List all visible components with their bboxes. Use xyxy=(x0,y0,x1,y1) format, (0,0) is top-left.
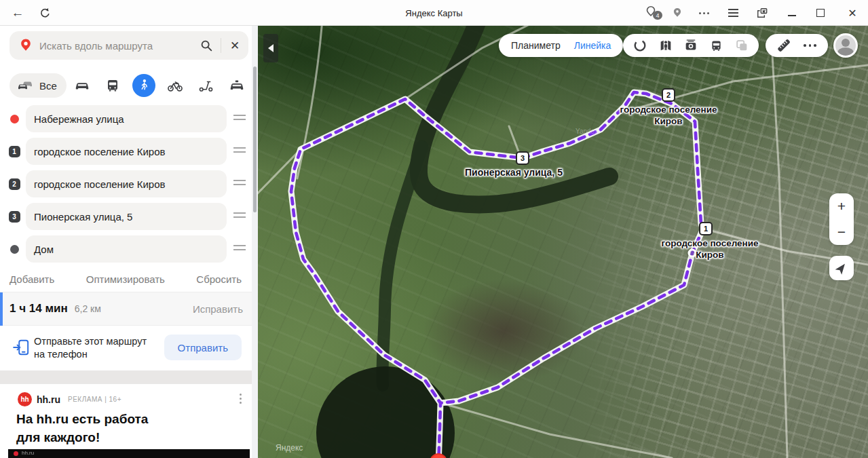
profile-avatar[interactable] xyxy=(833,33,858,58)
collapse-sidebar-button[interactable] xyxy=(263,34,278,62)
search-along-route[interactable]: ✕ xyxy=(10,31,248,60)
route-sidebar: ✕ Все xyxy=(0,26,258,458)
ad-card[interactable]: hh hh.ru РЕКЛАМА | 16+ На hh.ru есть раб… xyxy=(8,384,250,458)
edit-route-button[interactable]: Исправить xyxy=(193,303,243,315)
zoom-out-button[interactable]: − xyxy=(829,219,854,245)
ruler-pill xyxy=(766,34,828,57)
close-route-icon[interactable]: ✕ xyxy=(221,39,248,53)
mode-taxi[interactable] xyxy=(221,77,252,94)
street-view-people-icon[interactable] xyxy=(658,37,674,54)
map-waypoint-3-badge[interactable]: 3 xyxy=(516,151,529,165)
panoramas-icon[interactable] xyxy=(734,37,750,54)
map-waypoint-2-badge[interactable]: 2 xyxy=(662,88,675,102)
add-waypoint-button[interactable]: Добавить xyxy=(10,273,54,285)
ad-menu-icon[interactable] xyxy=(240,394,242,404)
map-waypoint-1-label: городское поселение Киров xyxy=(656,237,764,261)
scrollbar-thumb[interactable] xyxy=(253,66,257,212)
sidebar-scrollbar[interactable] xyxy=(252,26,258,458)
public-transport-icon[interactable] xyxy=(708,37,724,54)
ruler-icon[interactable] xyxy=(776,37,792,54)
drag-handle-icon[interactable] xyxy=(233,245,247,253)
transport-mode-bar: Все xyxy=(0,71,252,100)
open-in-window-icon[interactable] xyxy=(749,0,775,26)
more-icon[interactable] xyxy=(692,0,715,26)
drag-handle-icon[interactable] xyxy=(233,115,247,123)
hh-logo: hh xyxy=(18,392,32,406)
pedestrian-selected-circle xyxy=(132,74,155,97)
bike-icon xyxy=(166,77,184,94)
waypoint-row-1: 1 городское поселение Киров xyxy=(0,135,252,168)
mode-bus[interactable] xyxy=(98,77,129,94)
tile-watermark: Yandex xyxy=(575,128,598,135)
waypoint-row-end: Дом xyxy=(0,233,252,265)
zoom-in-button[interactable]: + xyxy=(829,193,854,219)
pedestrian-icon xyxy=(136,78,151,93)
car-icon xyxy=(73,77,91,94)
menu-icon[interactable] xyxy=(721,0,745,26)
close-icon[interactable]: ✕ xyxy=(839,0,866,26)
photos-camera-icon[interactable] xyxy=(683,37,699,54)
mode-scooter[interactable] xyxy=(191,77,222,94)
route-actions: Добавить Оптимизировать Сбросить xyxy=(0,267,252,291)
route-duration: 1 ч 14 мин xyxy=(10,302,68,316)
mode-all[interactable]: Все xyxy=(10,73,67,98)
waypoint-input-1[interactable]: городское поселение Киров xyxy=(26,138,227,165)
map-waypoint-3-label: Пионерская улица, 5 xyxy=(465,167,563,178)
drag-handle-icon[interactable] xyxy=(233,180,247,188)
location-pin-icon[interactable] xyxy=(666,0,688,26)
map-waypoint-2-label: городское поселение Киров xyxy=(614,104,723,127)
phone-send-icon xyxy=(12,338,31,357)
map-layers-pill xyxy=(623,34,759,57)
traffic-icon[interactable] xyxy=(632,37,648,54)
map-canvas[interactable]: 2 городское поселение Киров 3 Пионерская… xyxy=(258,26,868,458)
map-vector-layer xyxy=(258,26,868,458)
measure-tools-pill: Планиметр Линейка xyxy=(499,34,623,57)
mode-all-label: Все xyxy=(39,80,57,92)
map-waypoint-1-badge[interactable]: 1 xyxy=(699,222,713,235)
maximize-icon[interactable] xyxy=(808,0,833,26)
mode-car[interactable] xyxy=(67,77,98,94)
waypoint-input-2[interactable]: городское поселение Киров xyxy=(26,170,227,197)
ad-banner[interactable]: hh.ru xyxy=(8,449,250,458)
ruler-tab[interactable]: Линейка xyxy=(574,40,611,51)
more-tools-icon[interactable] xyxy=(801,37,818,54)
search-input[interactable] xyxy=(39,40,192,52)
waypoint-input-end[interactable]: Дом xyxy=(26,235,227,263)
ad-headline: На hh.ru есть работа для каждого! xyxy=(16,410,148,446)
waypoint-label: городское поселение Киров xyxy=(34,178,166,190)
reset-button[interactable]: Сбросить xyxy=(196,273,242,285)
waypoint-label: городское поселение Киров xyxy=(34,146,166,157)
geolocation-button[interactable] xyxy=(829,256,854,280)
navigation-arrow-icon xyxy=(834,261,849,275)
yandex-watermark: Яндекс xyxy=(276,443,303,453)
map-pin-icon xyxy=(18,37,34,54)
waypoint-label: Набережная улица xyxy=(34,113,124,125)
search-icon[interactable] xyxy=(199,38,214,53)
send-button[interactable]: Отправить xyxy=(164,335,242,360)
optimize-button[interactable]: Оптимизировать xyxy=(86,273,165,285)
waypoint-2-badge: 2 xyxy=(8,178,20,190)
waypoint-row-start: Набережная улица xyxy=(0,102,252,135)
waypoint-3-badge: 3 xyxy=(8,210,20,223)
route-distance: 6,2 км xyxy=(75,303,101,314)
minimize-icon[interactable] xyxy=(779,0,805,26)
send-to-phone: Отправьте этот маршрут на телефон Отправ… xyxy=(0,326,252,370)
end-marker-icon xyxy=(8,243,20,255)
bus-icon xyxy=(105,77,121,94)
ad-disclaimer: РЕКЛАМА | 16+ xyxy=(68,396,121,403)
selected-route-indicator xyxy=(0,292,3,326)
waypoint-input-start[interactable]: Набережная улица xyxy=(26,105,227,132)
collections-count-badge: 4 xyxy=(653,11,662,20)
drag-handle-icon[interactable] xyxy=(233,147,247,155)
window-titlebar: ← Яндекс Карты 4 ✕ xyxy=(0,0,868,26)
planimeter-tab[interactable]: Планиметр xyxy=(511,40,561,51)
route-summary[interactable]: 1 ч 14 мин 6,2 км Исправить xyxy=(0,292,252,326)
waypoint-input-3[interactable]: Пионерская улица, 5 xyxy=(26,203,227,230)
cars-icon xyxy=(16,79,35,92)
mode-pedestrian[interactable] xyxy=(128,74,159,97)
section-divider xyxy=(0,370,252,384)
drag-handle-icon[interactable] xyxy=(233,212,247,221)
mode-bike[interactable] xyxy=(159,77,191,94)
waypoint-1-badge: 1 xyxy=(8,145,20,157)
collections-icon[interactable]: 4 xyxy=(639,0,662,26)
